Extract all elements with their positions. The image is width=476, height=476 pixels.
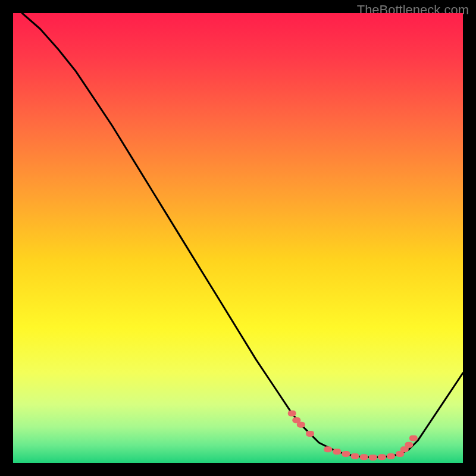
curve-marker [409, 435, 418, 441]
chart-svg [13, 13, 463, 463]
gradient-background [13, 13, 463, 463]
plot-area [13, 13, 463, 463]
curve-marker [297, 422, 305, 428]
curve-marker [405, 442, 413, 448]
curve-marker [378, 454, 386, 460]
curve-marker [360, 454, 368, 460]
curve-marker [324, 446, 332, 452]
chart-container: TheBottleneck.com [0, 0, 476, 476]
curve-marker [342, 451, 350, 457]
curve-marker [306, 431, 314, 437]
curve-marker [351, 453, 359, 459]
curve-marker [333, 449, 341, 455]
curve-marker [387, 453, 395, 459]
curve-marker [288, 411, 296, 416]
curve-marker [369, 455, 377, 461]
